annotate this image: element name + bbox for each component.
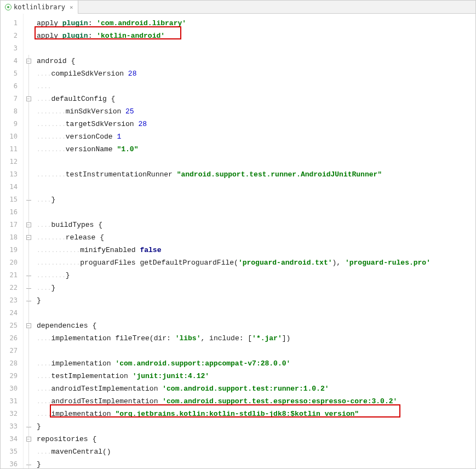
tab-label: kotlinlibrary: [14, 3, 65, 11]
fold-marker: [24, 420, 33, 433]
code-line: ........versionCode 1: [33, 130, 475, 143]
line-number: 6: [1, 80, 23, 93]
fold-marker: [24, 67, 33, 80]
code-line: apply plugin: 'com.android.library': [33, 17, 475, 30]
code-line: ....}: [33, 282, 475, 294]
code-line: ....implementation "org.jetbrains.kotlin…: [33, 408, 475, 420]
fold-marker: [24, 206, 33, 219]
fold-marker: [24, 307, 33, 319]
fold-marker: [24, 294, 33, 307]
line-number: 2: [1, 30, 23, 42]
fold-marker: [24, 256, 33, 269]
code-line: ........release {: [33, 231, 475, 244]
line-number: 18: [1, 231, 23, 244]
code-line: ........targetSdkVersion 28: [33, 118, 475, 130]
code-line: ....androidTestImplementation 'com.andro…: [33, 382, 475, 395]
line-number: 23: [1, 294, 23, 307]
fold-marker[interactable]: −: [24, 231, 33, 244]
fold-marker: [24, 370, 33, 382]
line-number: 28: [1, 357, 23, 370]
line-number: 34: [1, 433, 23, 445]
code-line: [33, 307, 475, 319]
line-number: 9: [1, 118, 23, 130]
line-number: 3: [1, 42, 23, 55]
fold-marker: [24, 332, 33, 345]
fold-marker: [24, 143, 33, 156]
line-number: 13: [1, 168, 23, 181]
fold-marker: [24, 408, 33, 420]
code-line: [33, 206, 475, 219]
line-number: 25: [1, 319, 23, 332]
line-number: 30: [1, 382, 23, 395]
file-tab[interactable]: kotlinlibrary ×: [1, 1, 78, 14]
fold-marker: [24, 17, 33, 30]
code-line: ....androidTestImplementation 'com.andro…: [33, 395, 475, 408]
fold-marker: [24, 193, 33, 206]
code-line: [33, 181, 475, 193]
fold-marker: [24, 357, 33, 370]
line-number: 22: [1, 282, 23, 294]
code-line: dependencies {: [33, 319, 475, 332]
code-line: ....: [33, 80, 475, 93]
line-number: 7: [1, 93, 23, 105]
code-line: android {: [33, 55, 475, 67]
line-number: 31: [1, 395, 23, 408]
code-line: ............proguardFiles getDefaultProg…: [33, 256, 475, 269]
fold-marker[interactable]: −: [24, 433, 33, 445]
line-number-gutter: 1234567891011121314151617181920212223242…: [1, 14, 24, 468]
line-number: 29: [1, 370, 23, 382]
code-line: ....}: [33, 193, 475, 206]
code-line: ....implementation 'com.android.support:…: [33, 357, 475, 370]
code-line: ....compileSdkVersion 28: [33, 67, 475, 80]
line-number: 27: [1, 345, 23, 357]
code-line: ........}: [33, 269, 475, 282]
code-line: [33, 345, 475, 357]
fold-marker: [24, 42, 33, 55]
code-line: apply plugin: 'kotlin-android': [33, 30, 475, 42]
line-number: 24: [1, 307, 23, 319]
code-line: ....implementation fileTree(dir: 'libs',…: [33, 332, 475, 345]
line-number: 14: [1, 181, 23, 193]
line-number: 26: [1, 332, 23, 345]
code-line: ....defaultConfig {: [33, 93, 475, 105]
line-number: 8: [1, 105, 23, 118]
fold-marker[interactable]: −: [24, 219, 33, 231]
fold-marker: [24, 30, 33, 42]
fold-marker: [24, 382, 33, 395]
code-editor[interactable]: 1234567891011121314151617181920212223242…: [1, 14, 475, 468]
code-line: }: [33, 294, 475, 307]
fold-marker: [24, 105, 33, 118]
gradle-file-icon: [5, 4, 12, 10]
line-number: 21: [1, 269, 23, 282]
line-number: 33: [1, 420, 23, 433]
code-line: [33, 156, 475, 168]
fold-gutter: −−−−−−: [24, 14, 33, 468]
fold-marker: [24, 156, 33, 168]
fold-marker: [24, 395, 33, 408]
code-line: }: [33, 458, 475, 469]
code-area[interactable]: apply plugin: 'com.android.library' appl…: [33, 14, 475, 468]
line-number: 19: [1, 244, 23, 256]
line-number: 4: [1, 55, 23, 67]
tab-bar: kotlinlibrary ×: [1, 1, 475, 14]
close-icon[interactable]: ×: [70, 4, 73, 11]
fold-marker: [24, 458, 33, 469]
fold-marker: [24, 282, 33, 294]
code-line: ............minifyEnabled false: [33, 244, 475, 256]
fold-marker: [24, 130, 33, 143]
fold-marker[interactable]: −: [24, 93, 33, 105]
line-number: 16: [1, 206, 23, 219]
code-line: ........testInstrumentationRunner "andro…: [33, 168, 475, 181]
fold-marker[interactable]: −: [24, 55, 33, 67]
line-number: 17: [1, 219, 23, 231]
line-number: 15: [1, 193, 23, 206]
code-line: ....testImplementation 'junit:junit:4.12…: [33, 370, 475, 382]
line-number: 11: [1, 143, 23, 156]
fold-marker[interactable]: −: [24, 319, 33, 332]
code-line: }: [33, 420, 475, 433]
line-number: 5: [1, 67, 23, 80]
line-number: 20: [1, 256, 23, 269]
fold-marker: [24, 445, 33, 458]
code-line: ........minSdkVersion 25: [33, 105, 475, 118]
line-number: 35: [1, 445, 23, 458]
